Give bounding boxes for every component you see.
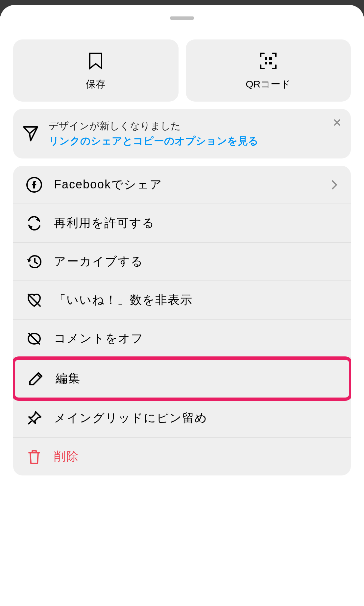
menu-item-label: Facebookでシェア (54, 177, 162, 193)
qrcode-icon (259, 52, 277, 70)
menu-item-comments-off[interactable]: コメントをオフ (13, 320, 351, 358)
svg-rect-3 (269, 62, 272, 64)
recycle-icon (26, 215, 42, 231)
close-icon[interactable]: ✕ (332, 117, 342, 128)
notice-title: デザインが新しくなりました (49, 119, 342, 133)
qrcode-label: QRコード (246, 78, 291, 91)
heart-off-icon (26, 292, 42, 308)
notice-link[interactable]: リンクのシェアとコピーのオプションを見る (49, 134, 342, 148)
menu-item-hide-likes[interactable]: 「いいね！」数を非表示 (13, 281, 351, 320)
qrcode-button[interactable]: QRコード (186, 39, 351, 102)
pencil-icon (28, 371, 44, 387)
save-button[interactable]: 保存 (13, 39, 179, 102)
chevron-right-icon (331, 180, 338, 190)
menu-item-archive[interactable]: アーカイブする (13, 243, 351, 281)
trash-icon (26, 449, 42, 465)
menu-item-delete[interactable]: 削除 (13, 438, 351, 475)
svg-rect-2 (265, 62, 267, 64)
menu-item-facebook-share[interactable]: Facebookでシェア (13, 166, 351, 204)
menu-item-edit[interactable]: 編集 (13, 356, 351, 401)
menu-item-pin[interactable]: メイングリッドにピン留め (13, 399, 351, 438)
menu-item-label: 再利用を許可する (54, 215, 155, 231)
notice-card: デザインが新しくなりました リンクのシェアとコピーのオプションを見る ✕ (13, 109, 351, 158)
top-button-row: 保存 QRコード (0, 39, 364, 102)
menu-item-label: アーカイブする (54, 254, 143, 270)
svg-line-10 (28, 421, 32, 424)
menu-item-label: メイングリッドにピン留め (54, 410, 207, 426)
bookmark-icon (88, 52, 103, 70)
notice-text: デザインが新しくなりました リンクのシェアとコピーのオプションを見る (49, 119, 342, 148)
send-icon (22, 126, 39, 142)
facebook-icon (26, 177, 42, 193)
menu-item-label: コメントをオフ (54, 330, 144, 347)
menu-item-allow-reuse[interactable]: 再利用を許可する (13, 204, 351, 243)
svg-rect-0 (265, 57, 267, 60)
svg-rect-1 (269, 57, 272, 60)
history-icon (26, 254, 42, 270)
menu-item-label: 「いいね！」数を非表示 (54, 292, 193, 308)
bottom-sheet: 保存 QRコード (0, 5, 364, 606)
pin-icon (26, 410, 42, 426)
sheet-grabber[interactable] (170, 16, 194, 20)
comment-off-icon (26, 331, 42, 347)
menu-item-label: 削除 (54, 448, 79, 465)
save-label: 保存 (86, 78, 106, 91)
menu-list: Facebookでシェア 再利用を許可する (13, 166, 351, 475)
menu-item-label: 編集 (56, 371, 81, 387)
